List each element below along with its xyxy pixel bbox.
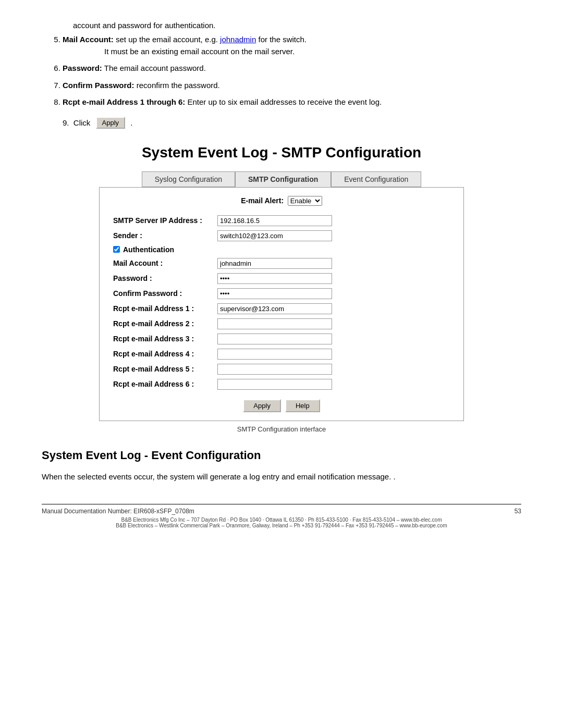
footer-line1: B&B Electronics Mfg Co Inc – 707 Dayton … xyxy=(42,517,521,523)
section-title: System Event Log - SMTP Configuration xyxy=(42,144,521,161)
text-confirm-password: reconfirm the password. xyxy=(137,81,220,90)
cell-rcpt-2 xyxy=(214,316,453,331)
label-rcpt-5: Rcpt e-mail Address 5 : xyxy=(110,362,214,377)
input-smtp-server-ip[interactable] xyxy=(217,215,332,226)
input-rcpt-1[interactable] xyxy=(217,303,332,314)
input-rcpt-6[interactable] xyxy=(217,379,332,390)
config-panel: E-mail Alert: Enable Disable SMTP Server… xyxy=(99,187,464,421)
subsection-title: System Event Log - Event Configuration xyxy=(42,449,521,462)
input-rcpt-4[interactable] xyxy=(217,349,332,360)
label-mail-account: Mail Account: xyxy=(63,35,114,44)
click-apply-row: 9. Click Apply . xyxy=(63,117,521,129)
johnadmin-link[interactable]: johnadmin xyxy=(220,35,256,44)
label-password: Password: xyxy=(63,64,102,72)
smtp-form-table: SMTP Server IP Address : Sender : Authen… xyxy=(110,213,453,392)
footer-doc-number: Manual Documentation Number: EIR608-xSFP… xyxy=(42,508,194,515)
list-item-8: Rcpt e-mail Address 1 through 6: Enter u… xyxy=(63,96,521,108)
label-rcpt-1: Rcpt e-mail Address 1 : xyxy=(110,301,214,316)
label-confirm-password: Confirm Password: xyxy=(63,81,134,90)
row-rcpt-4: Rcpt e-mail Address 4 : xyxy=(110,347,453,362)
cell-mail-account xyxy=(214,256,453,271)
auth-label-text: Authentication xyxy=(123,245,174,254)
row-smtp-server-ip: SMTP Server IP Address : xyxy=(110,213,453,228)
sub-mail-account: It must be an existing email account on … xyxy=(104,46,521,58)
step-9-number: 9. Click xyxy=(63,118,93,127)
tabs-wrapper: Syslog Configuration SMTP Configuration … xyxy=(42,171,521,187)
apply-button-inline[interactable]: Apply xyxy=(96,117,126,129)
help-button[interactable]: Help xyxy=(285,399,320,412)
email-alert-label: E-mail Alert: xyxy=(241,196,286,205)
tabs-container: Syslog Configuration SMTP Configuration … xyxy=(142,171,421,187)
footer-doc-number-row: Manual Documentation Number: EIR608-xSFP… xyxy=(42,508,521,515)
cell-rcpt-3 xyxy=(214,331,453,347)
apply-button[interactable]: Apply xyxy=(243,399,281,412)
cell-sender xyxy=(214,228,453,243)
row-rcpt-3: Rcpt e-mail Address 3 : xyxy=(110,331,453,347)
cell-auth-checkbox: Authentication xyxy=(110,243,453,256)
cell-rcpt-4 xyxy=(214,347,453,362)
auth-checkbox[interactable] xyxy=(113,246,120,253)
label-smtp-server: SMTP Server IP Address : xyxy=(110,213,214,228)
row-confirm-password: Confirm Password : xyxy=(110,286,453,301)
email-alert-select[interactable]: Enable Disable xyxy=(288,196,322,206)
input-sender[interactable] xyxy=(217,230,332,241)
footer-line2: B&B Electronics – Westlink Commercial Pa… xyxy=(42,523,521,528)
input-rcpt-2[interactable] xyxy=(217,318,332,329)
subsection-body: When the selected events occur, the syst… xyxy=(42,471,521,483)
label-rcpt-2: Rcpt e-mail Address 2 : xyxy=(110,316,214,331)
text-rcpt: Enter up to six email addresses to recei… xyxy=(187,97,382,106)
email-alert-row: E-mail Alert: Enable Disable xyxy=(110,196,453,206)
row-rcpt-6: Rcpt e-mail Address 6 : xyxy=(110,377,453,392)
caption-text: SMTP Configuration interface xyxy=(42,425,521,433)
text-for-switch: for the switch. xyxy=(258,35,307,44)
label-confirm-password-form: Confirm Password : xyxy=(110,286,214,301)
cell-password xyxy=(214,271,453,286)
row-rcpt-2: Rcpt e-mail Address 2 : xyxy=(110,316,453,331)
label-rcpt: Rcpt e-mail Address 1 through 6: xyxy=(63,97,185,106)
label-sender: Sender : xyxy=(110,228,214,243)
step-9-period: . xyxy=(128,118,132,127)
input-mail-account[interactable] xyxy=(217,258,332,269)
row-mail-account: Mail Account : xyxy=(110,256,453,271)
footer-page-number: 53 xyxy=(515,508,521,515)
cell-smtp-server xyxy=(214,213,453,228)
label-rcpt-4: Rcpt e-mail Address 4 : xyxy=(110,347,214,362)
tab-smtp-configuration[interactable]: SMTP Configuration xyxy=(235,171,331,187)
label-mail-account-form: Mail Account : xyxy=(110,256,214,271)
label-password-form: Password : xyxy=(110,271,214,286)
input-rcpt-3[interactable] xyxy=(217,334,332,344)
footer: Manual Documentation Number: EIR608-xSFP… xyxy=(42,504,521,528)
row-password: Password : xyxy=(110,271,453,286)
auth-checkbox-label[interactable]: Authentication xyxy=(113,245,450,254)
steps-list: Mail Account: set up the email account, … xyxy=(63,34,521,108)
input-rcpt-5[interactable] xyxy=(217,364,332,375)
list-item-6: Password: The email account password. xyxy=(63,63,521,75)
row-auth-checkbox: Authentication xyxy=(110,243,453,256)
row-rcpt-5: Rcpt e-mail Address 5 : xyxy=(110,362,453,377)
row-rcpt-1: Rcpt e-mail Address 1 : xyxy=(110,301,453,316)
text-mail-account: set up the email account, e.g. xyxy=(116,35,220,44)
cell-rcpt-1 xyxy=(214,301,453,316)
row-sender: Sender : xyxy=(110,228,453,243)
list-item-5: Mail Account: set up the email account, … xyxy=(63,34,521,57)
text-password: The email account password. xyxy=(104,64,206,72)
tab-event-configuration[interactable]: Event Configuration xyxy=(331,171,421,187)
tab-syslog-configuration[interactable]: Syslog Configuration xyxy=(142,171,235,187)
input-password[interactable] xyxy=(217,273,332,284)
label-rcpt-6: Rcpt e-mail Address 6 : xyxy=(110,377,214,392)
cell-confirm-password xyxy=(214,286,453,301)
list-item-7: Confirm Password: reconfirm the password… xyxy=(63,80,521,92)
intro-line: account and password for authentication. xyxy=(73,21,521,30)
form-buttons: Apply Help xyxy=(110,399,453,412)
label-rcpt-3: Rcpt e-mail Address 3 : xyxy=(110,331,214,347)
input-confirm-password[interactable] xyxy=(217,288,332,299)
cell-rcpt-5 xyxy=(214,362,453,377)
cell-rcpt-6 xyxy=(214,377,453,392)
